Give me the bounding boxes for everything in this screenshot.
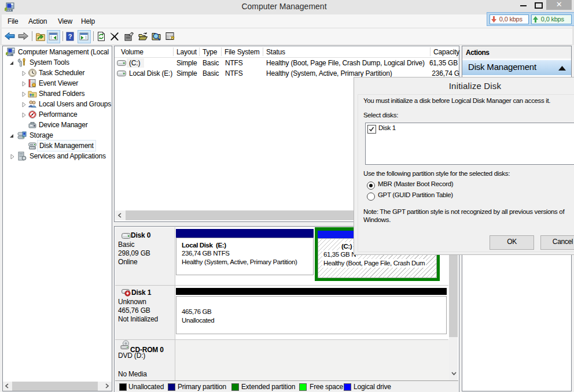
svg-text:?: ?	[68, 33, 72, 40]
